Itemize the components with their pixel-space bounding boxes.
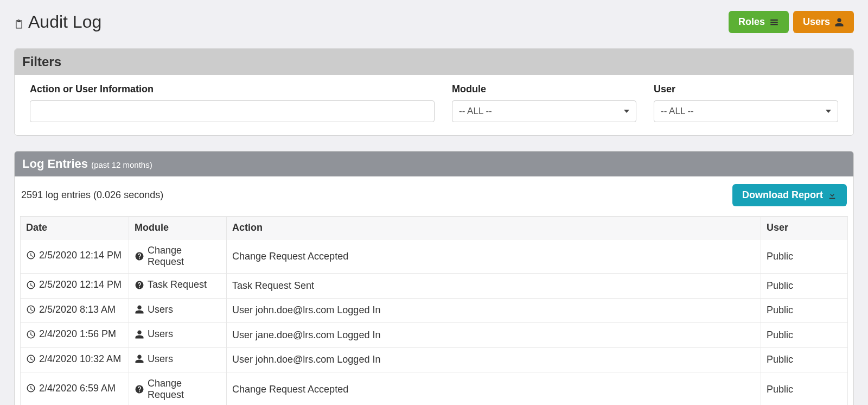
cell-module-text: Task Request xyxy=(148,279,207,290)
clock-icon xyxy=(26,330,36,339)
clock-icon xyxy=(26,383,36,393)
filter-search-label: Action or User Information xyxy=(30,84,435,95)
results-summary: 2591 log entries (0.026 seconds) xyxy=(21,189,163,201)
cell-user: Public xyxy=(761,372,848,406)
table-row: 2/5/2020 12:14 PMTask RequestTask Reques… xyxy=(21,274,848,299)
cell-module-text: Users xyxy=(148,328,173,340)
cell-module: Users xyxy=(129,323,227,348)
cell-date: 2/4/2020 1:56 PM xyxy=(21,323,129,348)
cell-date: 2/5/2020 8:13 AM xyxy=(21,298,129,323)
cell-action: Change Request Accepted xyxy=(227,372,761,406)
col-date: Date xyxy=(21,217,129,239)
cell-action: User john.doe@lrs.com Logged In xyxy=(227,347,761,372)
filter-search-field: Action or User Information xyxy=(30,84,435,122)
user-select-value: -- ALL -- xyxy=(661,106,694,117)
cell-date: 2/5/2020 12:14 PM xyxy=(21,239,129,274)
users-button[interactable]: Users xyxy=(793,11,854,33)
page-header: Audit Log Roles Users xyxy=(14,11,854,33)
filter-user-label: User xyxy=(654,84,838,95)
header-actions: Roles Users xyxy=(729,11,854,33)
clipboard-icon xyxy=(14,17,24,27)
cell-action: User john.doe@lrs.com Logged In xyxy=(227,298,761,323)
table-header-row: Date Module Action User xyxy=(21,217,848,239)
cell-module-text: Users xyxy=(148,304,173,315)
table-row: 2/5/2020 12:14 PMChange RequestChange Re… xyxy=(21,239,848,274)
question-icon xyxy=(135,251,144,261)
filter-module-field: Module -- ALL -- xyxy=(452,84,636,122)
cell-date-text: 2/4/2020 6:59 AM xyxy=(39,383,116,394)
download-report-button[interactable]: Download Report xyxy=(732,184,847,206)
filters-panel-header: Filters xyxy=(15,49,853,75)
log-panel-sub: (past 12 months) xyxy=(91,160,152,169)
filter-module-label: Module xyxy=(452,84,636,95)
cell-user: Public xyxy=(761,347,848,372)
filters-panel: Filters Action or User Information Modul… xyxy=(14,48,854,136)
log-entries-panel: Log Entries (past 12 months) 2591 log en… xyxy=(14,151,854,405)
cell-module: Users xyxy=(129,347,227,372)
clock-icon xyxy=(26,305,36,314)
log-table: Date Module Action User 2/5/2020 12:14 P… xyxy=(20,216,848,405)
log-entries-panel-header: Log Entries (past 12 months) xyxy=(15,151,853,176)
cell-user: Public xyxy=(761,239,848,274)
list-icon xyxy=(769,17,779,27)
page-title: Audit Log xyxy=(14,12,101,32)
page-title-text: Audit Log xyxy=(28,12,101,32)
cell-module: Change Request xyxy=(129,239,227,274)
log-panel-title: Log Entries xyxy=(22,157,88,170)
module-select-value: -- ALL -- xyxy=(459,106,492,117)
question-icon xyxy=(135,280,144,290)
cell-user: Public xyxy=(761,323,848,348)
cell-date: 2/5/2020 12:14 PM xyxy=(21,274,129,299)
cell-module: Users xyxy=(129,298,227,323)
question-icon xyxy=(135,384,144,394)
table-row: 2/5/2020 8:13 AMUsersUser john.doe@lrs.c… xyxy=(21,298,848,323)
cell-action: Task Request Sent xyxy=(227,274,761,299)
cell-date-text: 2/5/2020 8:13 AM xyxy=(39,304,116,315)
user-icon xyxy=(135,305,144,314)
module-select[interactable]: -- ALL -- xyxy=(452,100,636,122)
cell-date-text: 2/4/2020 1:56 PM xyxy=(39,328,116,340)
chevron-down-icon xyxy=(826,110,831,113)
user-select[interactable]: -- ALL -- xyxy=(654,100,838,122)
clock-icon xyxy=(26,354,36,364)
cell-module-text: Change Request xyxy=(148,245,221,268)
user-icon xyxy=(834,17,844,27)
cell-date: 2/4/2020 6:59 AM xyxy=(21,372,129,406)
cell-module-text: Change Request xyxy=(148,378,221,401)
cell-user: Public xyxy=(761,298,848,323)
cell-date-text: 2/5/2020 12:14 PM xyxy=(39,250,122,261)
roles-button[interactable]: Roles xyxy=(729,11,789,33)
clock-icon xyxy=(26,280,36,290)
clock-icon xyxy=(26,250,36,260)
table-row: 2/4/2020 10:32 AMUsersUser john.doe@lrs.… xyxy=(21,347,848,372)
download-icon xyxy=(827,191,837,200)
download-report-label: Download Report xyxy=(742,189,823,201)
col-module: Module xyxy=(129,217,227,239)
cell-user: Public xyxy=(761,274,848,299)
cell-date-text: 2/5/2020 12:14 PM xyxy=(39,279,122,290)
table-row: 2/4/2020 6:59 AMChange RequestChange Req… xyxy=(21,372,848,406)
cell-module-text: Users xyxy=(148,353,173,365)
user-icon xyxy=(135,354,144,364)
chevron-down-icon xyxy=(624,110,629,113)
table-row: 2/4/2020 1:56 PMUsersUser jane.doe@lrs.c… xyxy=(21,323,848,348)
roles-button-label: Roles xyxy=(738,16,765,28)
cell-date-text: 2/4/2020 10:32 AM xyxy=(39,353,121,365)
search-input[interactable] xyxy=(30,100,435,122)
col-action: Action xyxy=(227,217,761,239)
user-icon xyxy=(135,330,144,339)
cell-action: User jane.doe@lrs.com Logged In xyxy=(227,323,761,348)
users-button-label: Users xyxy=(803,16,830,28)
filter-user-field: User -- ALL -- xyxy=(654,84,838,122)
cell-date: 2/4/2020 10:32 AM xyxy=(21,347,129,372)
cell-module: Change Request xyxy=(129,372,227,406)
cell-module: Task Request xyxy=(129,274,227,299)
cell-action: Change Request Accepted xyxy=(227,239,761,274)
col-user: User xyxy=(761,217,848,239)
